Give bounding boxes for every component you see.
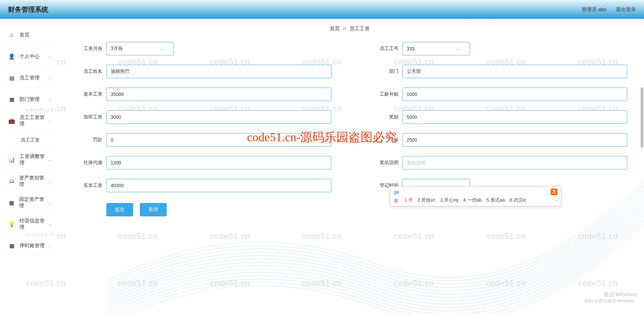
grid-icon: ▦ (9, 200, 14, 206)
sidebar-item-journal[interactable]: ▦序时账管理⌄ (3, 236, 57, 255)
chevron-down-icon: ⌄ (48, 222, 52, 226)
ime-logo-icon: 万 (551, 189, 557, 195)
user-icon: 👤 (9, 53, 15, 59)
sidebar-item-label: 员工管理 (19, 75, 40, 81)
input-base[interactable] (106, 88, 331, 101)
main-content: 首页 // 员工工资 工资月份 ⌄ 员工工号 ⌄ 员工姓名 部门 (62, 19, 644, 314)
ime-candidate[interactable]: 2.开始vc (418, 197, 436, 203)
sidebar-item-label: 员工工资 (21, 137, 40, 143)
chevron-down-icon: ⌄ (48, 75, 52, 80)
chart-icon: 📊 (9, 157, 15, 163)
input-remark[interactable] (402, 156, 628, 169)
chevron-right-icon[interactable]: › (556, 198, 557, 203)
sidebar-item-label: 个人中心 (19, 53, 40, 60)
submit-button[interactable]: 提交 (106, 203, 133, 216)
breadcrumb-sep: // (343, 25, 346, 31)
sidebar: ⌂首页 👤个人中心⌄ ▤员工管理⌄ ▦部门管理⌄ 💼员工工资管理⌄ 员工工资 📊… (0, 19, 60, 314)
chevron-down-icon: ⌄ (48, 54, 52, 59)
ime-candidate[interactable]: 3.开心ny (440, 197, 458, 203)
label-month: 工资月份 (72, 46, 102, 52)
breadcrumb-current: 员工工资 (350, 25, 370, 31)
chevron-down-icon: ⌄ (48, 179, 52, 184)
chevron-down-icon: ⌄ (48, 243, 52, 248)
ime-composition: ga (394, 189, 399, 195)
breadcrumb-home[interactable]: 首页 (330, 25, 340, 31)
sidebar-item-label: 序时账管理 (19, 243, 45, 249)
select-month[interactable] (106, 42, 174, 55)
salary-form: 工资月份 ⌄ 员工工号 ⌄ 员工姓名 部门 基本工资 (72, 42, 627, 192)
input-bonus[interactable] (402, 110, 628, 124)
sidebar-item-label: 首页 (19, 32, 30, 38)
input-social[interactable] (106, 156, 331, 169)
chevron-down-icon: ⌄ (48, 97, 52, 102)
sidebar-item-asset-type[interactable]: 🗂资产类别管理⌄ (3, 172, 57, 191)
input-dept[interactable] (402, 65, 628, 78)
list-icon: ▤ (9, 75, 15, 81)
calendar-icon: ▦ (394, 198, 398, 203)
chevron-down-icon: ⌄ (160, 46, 163, 51)
folder-icon: 🗂 (9, 178, 14, 184)
sidebar-item-label: 部门管理 (19, 96, 40, 103)
app-title: 财务管理系统 (8, 5, 48, 14)
home-icon: ⌂ (9, 32, 15, 38)
input-overtime[interactable] (106, 110, 331, 124)
sidebar-item-profile[interactable]: 👤个人中心⌄ (3, 47, 57, 66)
cancel-button[interactable]: 取消 (140, 203, 167, 216)
bulb-icon: 💡 (9, 221, 15, 227)
input-penalty[interactable] (106, 133, 331, 147)
input-tax[interactable] (402, 133, 628, 147)
input-net[interactable] (106, 179, 331, 192)
input-name[interactable] (106, 65, 331, 78)
ime-popup: ga 万 ▦ 1.开 2.开始vc 3.开心ny 4.一些ab 5.形式aa 6… (390, 186, 561, 206)
sidebar-item-business[interactable]: 💡经营信息管理⌄ (3, 215, 57, 233)
label-empno: 员工工号 (368, 46, 398, 52)
label-remark: 奖惩说明 (368, 160, 398, 166)
sidebar-item-label: 员工工资管理 (19, 114, 48, 127)
chevron-down-icon: ⌄ (48, 157, 52, 162)
sidebar-item-home[interactable]: ⌂首页 (3, 25, 57, 44)
sidebar-item-label: 固定资产管理 (19, 196, 48, 209)
label-tax: *个税 (368, 137, 398, 143)
sidebar-item-salary[interactable]: 💼员工工资管理⌄ (3, 111, 57, 130)
sidebar-item-fixed-asset[interactable]: ▦固定资产管理⌄ (3, 193, 57, 212)
admin-link[interactable]: 管理员 abo (582, 6, 606, 13)
briefcase-icon: 💼 (9, 118, 15, 124)
label-social: 社保代缴 (72, 160, 102, 166)
select-empno[interactable] (402, 42, 470, 55)
ime-candidate[interactable]: 4.一些ab (463, 197, 482, 203)
label-bonus: 奖励 (368, 114, 398, 120)
sidebar-sub-salary[interactable]: 员工工资 (3, 133, 57, 148)
ime-candidate[interactable]: 1.开 (404, 197, 413, 203)
sidebar-item-adjust[interactable]: 📊工资调整管理⌄ (3, 150, 57, 169)
label-base: 基本工资 (72, 91, 102, 97)
sidebar-item-department[interactable]: ▦部门管理⌄ (3, 90, 57, 109)
grid-icon: ▦ (9, 243, 15, 249)
label-seniority: 工龄补贴 (368, 91, 398, 97)
label-penalty: 罚款 (72, 137, 102, 143)
label-name: 员工姓名 (72, 68, 102, 74)
grid-icon: ▦ (9, 96, 15, 102)
label-dept: 部门 (368, 68, 398, 74)
logout-link[interactable]: 退出登录 (616, 6, 636, 13)
ime-candidate[interactable]: 5.形式aa (486, 197, 505, 203)
label-overtime: 加班工资 (72, 114, 102, 120)
ime-candidate[interactable]: 6.武汉ic (509, 197, 526, 203)
sidebar-item-label: 资产类别管理 (19, 175, 48, 188)
chevron-down-icon: ⌄ (48, 118, 52, 123)
scrollbar-thumb[interactable] (641, 87, 643, 148)
breadcrumb: 首页 // 员工工资 (72, 25, 627, 32)
chevron-down-icon: ⌄ (456, 46, 460, 51)
label-net: 实发工资 (72, 182, 102, 189)
header: 财务管理系统 管理员 abo 退出登录 (0, 0, 644, 19)
chevron-down-icon: ⌄ (48, 200, 52, 205)
clear-icon[interactable]: × (323, 137, 328, 143)
sidebar-item-label: 工资调整管理 (19, 153, 48, 166)
sidebar-item-label: 经营信息管理 (19, 218, 48, 230)
sidebar-item-employee[interactable]: ▤员工管理⌄ (3, 68, 57, 87)
input-seniority[interactable] (402, 88, 628, 101)
